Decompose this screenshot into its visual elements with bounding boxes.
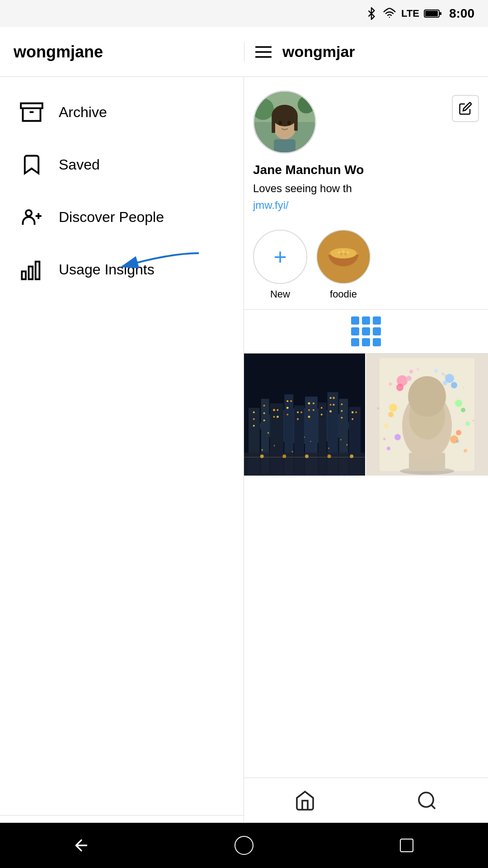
- svg-point-24: [287, 121, 291, 125]
- svg-point-71: [333, 396, 335, 399]
- svg-point-29: [338, 251, 340, 254]
- svg-point-61: [300, 411, 302, 413]
- header-right: wongmjar: [244, 42, 488, 62]
- android-back-button[interactable]: [68, 832, 95, 859]
- svg-point-47: [253, 418, 255, 420]
- svg-rect-10: [22, 271, 26, 279]
- svg-point-96: [396, 384, 404, 391]
- photo-item-art[interactable]: [366, 354, 488, 476]
- grid-toggle[interactable]: [244, 309, 488, 354]
- svg-point-68: [321, 407, 323, 409]
- profile-top: [253, 90, 479, 154]
- svg-point-52: [273, 409, 275, 411]
- sidebar-item-discover[interactable]: Discover People: [0, 191, 244, 243]
- sidebar-item-insights[interactable]: Usage Insights: [0, 243, 244, 296]
- svg-point-98: [445, 374, 454, 383]
- avatar-container: [253, 90, 316, 154]
- svg-point-66: [313, 409, 314, 411]
- svg-point-75: [341, 403, 343, 405]
- svg-rect-39: [284, 394, 293, 475]
- svg-point-17: [298, 96, 315, 113]
- art-portrait-svg: [366, 354, 488, 476]
- svg-point-117: [419, 793, 433, 807]
- svg-rect-21: [272, 116, 275, 133]
- svg-point-60: [297, 411, 299, 413]
- svg-point-80: [352, 418, 353, 420]
- svg-point-72: [330, 404, 332, 406]
- grid-dot-7: [351, 338, 359, 346]
- story-circle-new: +: [253, 230, 307, 284]
- android-recents-button[interactable]: [393, 832, 420, 859]
- saved-label: Saved: [59, 156, 100, 173]
- svg-point-46: [253, 411, 255, 413]
- story-item-new[interactable]: + New: [253, 230, 307, 300]
- lte-badge: LTE: [401, 8, 419, 19]
- svg-rect-11: [29, 267, 33, 279]
- art-photo: [366, 354, 488, 476]
- profile-bio: Loves seeing how th: [253, 181, 479, 196]
- svg-point-103: [455, 400, 462, 407]
- archive-label: Archive: [59, 104, 107, 121]
- svg-rect-34: [244, 354, 365, 475]
- svg-line-118: [431, 805, 435, 809]
- discover-label: Discover People: [59, 209, 164, 226]
- svg-point-102: [388, 412, 394, 417]
- svg-point-114: [387, 447, 390, 450]
- profile-link[interactable]: jmw.fyi/: [253, 199, 479, 212]
- svg-point-74: [329, 410, 332, 412]
- svg-point-95: [397, 375, 408, 386]
- photo-item-city[interactable]: [244, 354, 366, 476]
- svg-point-111: [441, 373, 444, 375]
- grid-dot-1: [351, 316, 359, 325]
- grid-dot-9: [373, 338, 381, 346]
- nav-home-button[interactable]: [244, 778, 366, 823]
- city-night-svg: [244, 354, 365, 476]
- svg-point-109: [417, 368, 419, 371]
- sidebar: Archive Saved: [0, 77, 244, 868]
- svg-point-78: [352, 411, 354, 413]
- svg-point-76: [341, 410, 343, 412]
- svg-point-77: [341, 417, 343, 419]
- svg-point-48: [253, 425, 255, 426]
- chart-icon: [18, 256, 45, 283]
- svg-point-65: [308, 409, 310, 411]
- svg-rect-43: [328, 392, 338, 475]
- stories-row: + New: [244, 221, 488, 309]
- edit-icon: [459, 102, 472, 115]
- edit-profile-button[interactable]: [452, 95, 479, 122]
- svg-point-119: [235, 836, 253, 854]
- android-home-button[interactable]: [230, 832, 258, 859]
- svg-point-63: [308, 402, 310, 404]
- svg-rect-2: [440, 12, 441, 15]
- story-item-foodie[interactable]: foodie: [316, 230, 371, 300]
- svg-point-73: [333, 404, 335, 406]
- svg-point-97: [406, 376, 412, 381]
- svg-point-30: [342, 250, 345, 253]
- svg-rect-38: [270, 403, 284, 475]
- content-area: Archive Saved: [0, 77, 488, 868]
- photo-grid: [244, 354, 488, 476]
- svg-point-85: [305, 454, 309, 458]
- grid-dots-icon: [351, 316, 381, 346]
- bottom-navigation: [244, 778, 488, 823]
- svg-point-84: [282, 454, 286, 458]
- svg-point-20: [272, 105, 297, 127]
- svg-rect-88: [366, 354, 488, 476]
- svg-point-28: [330, 248, 357, 258]
- svg-point-87: [350, 454, 353, 458]
- plus-icon: +: [273, 244, 286, 270]
- app-container: wongmjane wongmjar: [0, 27, 488, 868]
- avatar: [253, 90, 316, 154]
- svg-point-31: [347, 251, 349, 254]
- wifi-icon: [382, 7, 397, 20]
- grid-dot-4: [351, 327, 359, 335]
- svg-point-100: [443, 381, 447, 385]
- svg-rect-12: [36, 262, 40, 279]
- header-left-title: wongmjane: [0, 42, 244, 61]
- sidebar-item-archive[interactable]: Archive: [0, 86, 244, 138]
- sidebar-item-saved[interactable]: Saved: [0, 138, 244, 191]
- svg-rect-22: [294, 116, 298, 131]
- status-icons: LTE: [365, 7, 442, 20]
- nav-search-button[interactable]: [366, 778, 488, 823]
- menu-icon[interactable]: [253, 42, 273, 62]
